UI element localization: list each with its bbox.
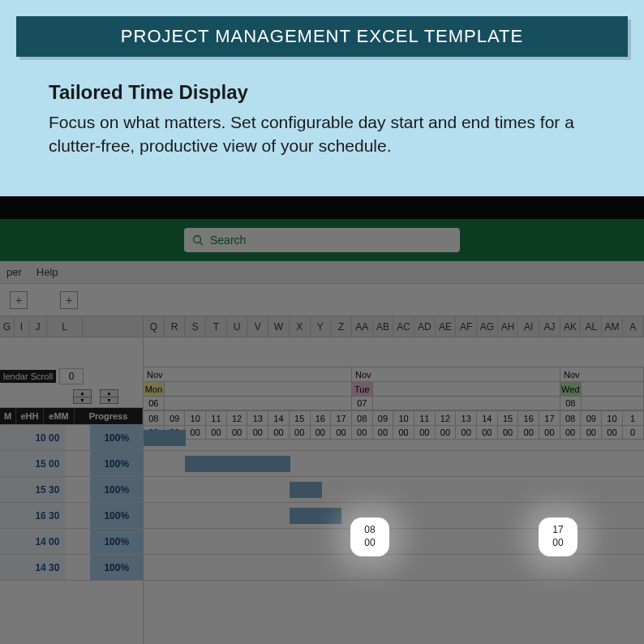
title-banner: PROJECT MANAGEMENT EXCEL TEMPLATE [16, 16, 628, 57]
gantt-row [144, 477, 644, 503]
col-header[interactable]: S [185, 316, 206, 337]
gantt-hour-cell: 10 [185, 410, 206, 425]
col-header[interactable]: R [165, 316, 186, 337]
gantt-bar[interactable] [290, 508, 341, 524]
col-header[interactable]: AA [352, 316, 373, 337]
excel-app: Search per Help ++ GIJL QRSTUVWXYZAAABAC… [0, 219, 644, 644]
task-time: 10 00 [0, 425, 66, 450]
col-header[interactable]: T [206, 316, 227, 337]
gantt-header: NovNovNov MonTueWed 060708 0809101112131… [144, 337, 644, 425]
svg-point-0 [194, 236, 201, 243]
menu-item[interactable]: per [6, 266, 22, 278]
gantt-hour-cell: 10 [393, 410, 414, 425]
task-progress: 100% [90, 555, 143, 580]
gantt-bar[interactable] [144, 430, 186, 446]
col-header[interactable]: AE [436, 316, 457, 337]
task-progress: 100% [90, 503, 143, 528]
col-header[interactable]: AB [373, 316, 394, 337]
gantt-area: NovNovNov MonTueWed 060708 0809101112131… [144, 337, 644, 644]
gantt-hour-cell: 08 [144, 410, 165, 425]
menu-bar: per Help [0, 261, 644, 284]
outline-expand-button[interactable]: + [60, 291, 78, 309]
gantt-hour-cell: 1 [623, 410, 644, 425]
col-header[interactable]: AJ [539, 316, 560, 337]
col-header[interactable]: Y [311, 316, 332, 337]
gantt-day-cell: Wed [560, 381, 582, 396]
task-row[interactable]: 10 00100% [0, 425, 143, 451]
sheet-area: lendar Scroll 0 ▲▼ ▲▼ M eHH eMM Progress… [0, 337, 644, 644]
task-row[interactable]: 15 00100% [0, 451, 143, 477]
search-icon [192, 234, 204, 246]
task-time: 15 30 [0, 477, 66, 502]
col-header[interactable]: L [47, 316, 83, 337]
app-frame: Search per Help ++ GIJL QRSTUVWXYZAAABAC… [0, 196, 644, 644]
col-header[interactable]: AF [456, 316, 477, 337]
task-row[interactable]: 14 30100% [0, 555, 143, 581]
gantt-hour-cell: 15 [498, 410, 519, 425]
gantt-bar[interactable] [290, 482, 322, 498]
col-header[interactable]: Q [144, 316, 165, 337]
gantt-hour-cell: 17 [331, 410, 352, 425]
spinner-control[interactable]: ▲▼ [73, 389, 92, 404]
highlight-day-start: 08 00 [350, 517, 389, 556]
svg-line-1 [200, 243, 204, 246]
task-time: 14 00 [0, 529, 66, 554]
col-header[interactable]: A [623, 316, 644, 337]
highlight-hour: 17 [552, 524, 563, 537]
gantt-hour-cell: 13 [456, 410, 477, 425]
gantt-date-cell: 08 [560, 396, 582, 410]
col-header[interactable]: AD [414, 316, 436, 337]
outline-row: ++ [0, 284, 644, 316]
gantt-hour-cell: 10 [602, 410, 623, 425]
gantt-month-cell: Nov [560, 367, 644, 381]
search-input[interactable]: Search [184, 228, 460, 252]
col-header[interactable]: I [15, 316, 29, 337]
gantt-hour-cell: 11 [206, 410, 227, 425]
task-progress: 100% [90, 425, 143, 450]
col-header[interactable]: V [247, 316, 268, 337]
col-progress: Progress [75, 408, 143, 424]
gantt-hour-cell: 17 [539, 410, 560, 425]
gantt-bar[interactable] [185, 456, 290, 472]
task-progress: 100% [90, 451, 143, 476]
column-headers: GIJL QRSTUVWXYZAAABACADAEAFAGAHAIAJAKALA… [0, 316, 644, 337]
col-header[interactable]: AK [560, 316, 582, 337]
gantt-hour-cell: 08 [352, 410, 373, 425]
col-header[interactable]: AM [602, 316, 623, 337]
col-header[interactable]: AL [581, 316, 602, 337]
col-header[interactable]: AI [518, 316, 539, 337]
task-row[interactable]: 15 30100% [0, 477, 143, 503]
col-header[interactable]: U [227, 316, 248, 337]
gantt-hour-cell: 12 [436, 410, 457, 425]
gantt-hour-cell: 14 [477, 410, 498, 425]
col-header[interactable]: X [290, 316, 311, 337]
menu-item[interactable]: Help [36, 266, 58, 278]
task-row[interactable]: 16 30100% [0, 503, 143, 529]
highlight-min: 00 [364, 537, 375, 550]
task-row[interactable]: 14 00100% [0, 529, 143, 555]
outline-expand-button[interactable]: + [10, 291, 28, 309]
col-header[interactable]: J [29, 316, 47, 337]
col-emm: eMM [44, 408, 75, 424]
col-header[interactable]: AH [498, 316, 519, 337]
gantt-date-cell: 07 [352, 396, 373, 410]
col-header[interactable]: W [268, 316, 290, 337]
search-placeholder: Search [210, 234, 246, 247]
gantt-hour-cell: 13 [247, 410, 268, 425]
col-header[interactable]: AC [393, 316, 414, 337]
promo-title: Tailored Time Display [49, 81, 595, 104]
gantt-hour-cell: 12 [227, 410, 248, 425]
promo-block: Tailored Time Display Focus on what matt… [0, 81, 644, 182]
task-time: 14 30 [0, 555, 66, 580]
gantt-hour-cell: 08 [560, 410, 582, 425]
task-time: 15 00 [0, 451, 66, 476]
gantt-row [144, 555, 644, 581]
calendar-scroll-value[interactable]: 0 [59, 368, 84, 384]
col-header[interactable]: Z [331, 316, 352, 337]
gantt-hour-cell: 09 [165, 410, 186, 425]
gantt-hour-cell: 15 [290, 410, 311, 425]
spinner-control[interactable]: ▲▼ [100, 389, 118, 404]
col-header[interactable]: G [0, 316, 15, 337]
task-progress: 100% [90, 477, 143, 502]
col-header[interactable]: AG [477, 316, 498, 337]
